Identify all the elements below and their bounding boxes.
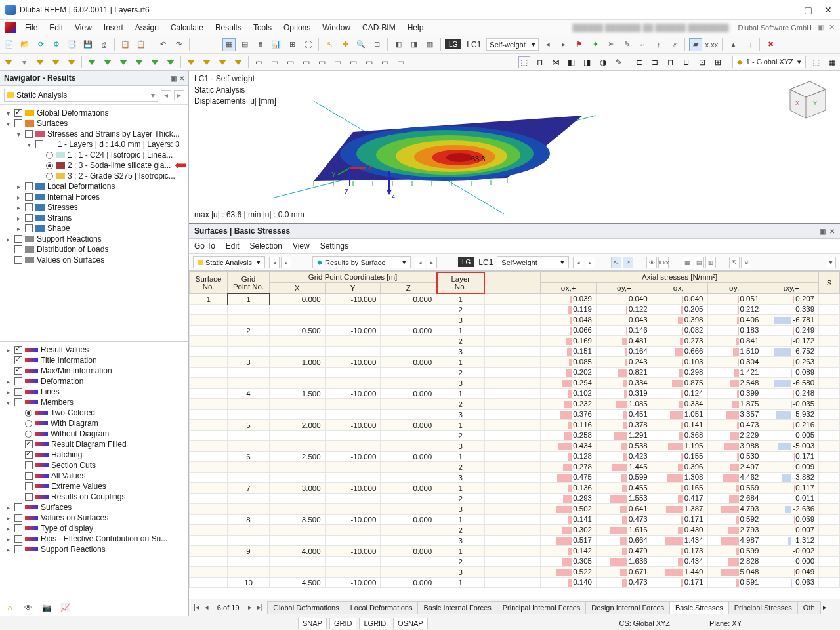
next-icon[interactable]: ▸ (585, 257, 595, 268)
eye-icon[interactable]: 👁 (22, 602, 34, 614)
filter-icon[interactable]: ▼ (826, 257, 836, 268)
tree-node[interactable]: ▾Stresses and Strains by Layer Thick... (1, 129, 187, 139)
tree-node[interactable]: ▸Type of display (1, 523, 187, 534)
inner-close-button[interactable]: ✕ (829, 23, 835, 32)
view-mode-icon[interactable]: ▦ (222, 38, 236, 51)
table-row[interactable]: 30.5170.6641.4344.987-1.312 (190, 536, 840, 546)
t2-icon[interactable]: ▭ (316, 56, 327, 68)
print-icon[interactable]: 🖨 (97, 38, 110, 51)
table-row[interactable]: 30.2940.3340.8752.548-6.580 (190, 378, 840, 388)
table-row[interactable]: 104.500-10.0000.00010.1400.4730.1710.591… (190, 578, 840, 588)
menu-item[interactable]: File (20, 22, 43, 33)
results-tab[interactable]: Basic Stresses (669, 601, 729, 614)
menu-item[interactable]: Assign (130, 22, 164, 33)
t2-icon[interactable] (34, 56, 46, 68)
view-cube[interactable]: Y X (784, 76, 828, 121)
tree-node[interactable]: ▾Surfaces (1, 118, 187, 129)
tool-icon[interactable]: ✂ (604, 38, 618, 51)
tree-node[interactable]: Title Information (1, 355, 187, 366)
table-row[interactable]: 52.000-10.0000.00010.1160.3780.1410.4730… (190, 420, 840, 430)
t2-icon[interactable] (217, 56, 228, 68)
osnap-toggle[interactable]: OSNAP (393, 618, 428, 629)
tree-node[interactable]: ▾Members (1, 397, 187, 408)
settings-icon[interactable]: ⚙ (50, 38, 63, 51)
t2-icon[interactable]: ⊐ (649, 56, 661, 68)
render-mode-icon[interactable]: ▰ (689, 38, 702, 51)
t2-icon[interactable] (66, 56, 77, 68)
t2-icon[interactable] (50, 56, 62, 68)
menu-item[interactable]: Edit (44, 22, 68, 33)
dim3-icon[interactable]: ⫽ (667, 38, 681, 51)
table-row[interactable]: 31.000-10.0000.00010.0850.2430.1030.3040… (190, 357, 840, 368)
t2-icon[interactable] (185, 56, 197, 68)
prev-icon[interactable]: ◂ (573, 257, 583, 268)
load-icon[interactable]: ↓↓ (742, 38, 755, 51)
table-row[interactable]: 30.5220.6711.4495.0480.049 (190, 567, 840, 578)
results-tree[interactable]: ▾Global Deformations▾Surfaces▾Stresses a… (0, 105, 188, 341)
tree-node[interactable]: ▸Local Deformations (1, 181, 187, 192)
tree-node[interactable]: ▸Deformation (1, 376, 187, 387)
results-menu-item[interactable]: Selection (250, 242, 282, 251)
tree-node[interactable]: ▸Strains (1, 213, 187, 223)
tree-node[interactable]: Values on Surfaces (1, 255, 187, 265)
next-icon[interactable]: ▸ (281, 257, 291, 268)
table-row[interactable]: 73.000-10.0000.00010.1360.4550.1650.5690… (190, 483, 840, 494)
close-panel-icon[interactable]: ✕ (179, 75, 184, 82)
loadcase-select[interactable]: Self-weight▾ (486, 38, 539, 51)
tree-node[interactable]: Hatching (1, 450, 187, 460)
star-icon[interactable]: ✦ (589, 38, 602, 51)
model-viewport[interactable]: LC1 - Self-weight Static Analysis Displa… (189, 71, 840, 223)
table-row[interactable]: 20.2321.0850.3341.875-0.035 (190, 399, 840, 410)
table-row[interactable]: 20.2781.4450.3962.4970.009 (190, 462, 840, 472)
minimize-button[interactable]: — (783, 5, 792, 15)
tree-node[interactable]: ▸Shape (1, 223, 187, 234)
tree-node[interactable]: ▸Stresses (1, 202, 187, 213)
menu-item[interactable]: Tools (248, 22, 277, 33)
stress-table[interactable]: Surface No. Grid Point No. Grid Point Co… (189, 271, 840, 588)
nav-prev-icon[interactable]: ◂ (161, 90, 171, 100)
grid1-icon[interactable]: ▦ (682, 257, 692, 268)
t2-icon[interactable]: ◧ (566, 56, 578, 68)
tree-node[interactable]: 2 : 3 - Soda-lime silicate gla...⬅ (1, 160, 187, 171)
t2-icon[interactable]: ⊡ (696, 56, 708, 68)
nav-next-icon[interactable]: ▸ (174, 90, 184, 100)
tree-node[interactable]: Section Cuts (1, 460, 187, 471)
tree-node[interactable]: ▾1 - Layers | d : 14.0 mm | Layers: 3 (1, 139, 187, 150)
t2-icon[interactable] (102, 56, 114, 68)
cs-select[interactable]: ◆1 - Global XYZ▾ (732, 56, 806, 68)
menu-item[interactable]: View (70, 22, 97, 33)
table-row[interactable]: 20.2581.2910.3682.229-0.005 (190, 430, 840, 441)
table-row[interactable]: 30.0480.0430.3980.406-6.781 (190, 315, 840, 326)
first-icon[interactable]: |◂ (192, 603, 201, 612)
view-side-icon[interactable]: ▥ (423, 38, 436, 51)
tree-node[interactable]: Two-Colored (1, 408, 187, 418)
tree-node[interactable]: With Diagram (1, 418, 187, 429)
refresh-icon[interactable]: ⟳ (34, 38, 47, 51)
table-row[interactable]: 20.1190.1220.2050.212-0.339 (190, 304, 840, 315)
tree-node[interactable]: 3 : 2 - Grade S275 | Isotropic... (1, 171, 187, 181)
results-tab[interactable]: Global Deformations (267, 601, 345, 614)
table-row[interactable]: 110.000-10.0000.00010.0390.0400.0490.051… (190, 294, 840, 304)
t2-icon[interactable]: ◑ (597, 56, 609, 68)
view-front-icon[interactable]: ◨ (408, 38, 421, 51)
table-row[interactable]: 30.1510.1640.6661.510-6.752 (190, 346, 840, 357)
support-icon[interactable]: ▲ (726, 38, 740, 51)
expand-icon[interactable]: ⛶ (301, 38, 314, 51)
tree-node[interactable]: ▸Support Reactions (1, 234, 187, 244)
results-tab[interactable]: Oth (797, 601, 821, 614)
table-row[interactable]: 20.500-10.0000.00010.0660.1460.0820.1830… (190, 326, 840, 336)
menu-item[interactable]: Insert (98, 22, 129, 33)
tool-icon-2[interactable]: ✎ (620, 38, 633, 51)
results-menu-item[interactable]: Settings (320, 242, 348, 251)
results-menu-item[interactable]: Edit (226, 242, 240, 251)
zoom-fit-icon[interactable]: ⊡ (370, 38, 383, 51)
menu-item[interactable]: Calculate (165, 22, 209, 33)
t2-icon[interactable]: ▭ (284, 56, 296, 68)
zoom-icon[interactable]: 🔍 (354, 38, 368, 51)
home-icon[interactable]: ⌂ (4, 602, 16, 614)
t2-icon[interactable]: ⋈ (550, 56, 562, 68)
grid3-icon[interactable]: ▥ (705, 257, 716, 268)
t2-icon[interactable] (232, 56, 244, 68)
t2-icon[interactable] (86, 56, 98, 68)
analysis-filter[interactable]: Static Analysis▾ (193, 256, 265, 268)
